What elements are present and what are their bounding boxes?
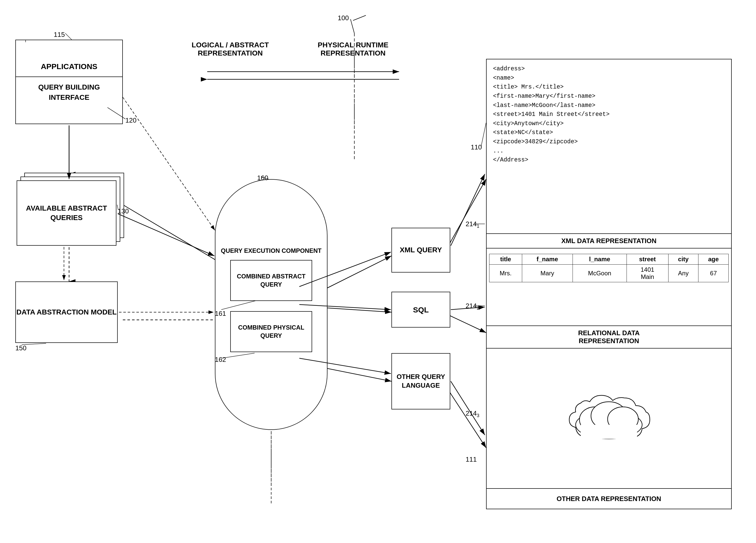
ref-162: 162 xyxy=(215,356,226,364)
ref-2142: 2142 xyxy=(466,302,479,311)
svg-line-33 xyxy=(123,97,215,230)
other-query-language-box: OTHER QUERY LANGUAGE xyxy=(391,353,450,409)
svg-line-10 xyxy=(123,205,230,269)
available-abstract-queries-box: AVAILABLE ABSTRACT QUERIES xyxy=(17,180,116,246)
ref-160: 160 xyxy=(257,174,268,182)
svg-line-18 xyxy=(353,15,366,20)
table-section: title f_name l_name street city age Mrs.… xyxy=(487,251,731,285)
ref-110: 110 xyxy=(471,143,482,151)
other-data-label: OTHER DATA REPRESENTATION xyxy=(487,488,731,509)
ref-100-arrow xyxy=(350,13,371,23)
ref-150: 150 xyxy=(15,344,26,352)
sql-box: SQL xyxy=(391,292,450,328)
ref-111: 111 xyxy=(466,455,477,463)
ref-115: 115 xyxy=(54,31,65,39)
right-panel: <address> <name> <title> Mrs.</title> <f… xyxy=(486,59,732,509)
xml-data-content: <address> <name> <title> Mrs.</title> <f… xyxy=(487,59,731,233)
relational-data-label: RELATIONAL DATAREPRESENTATION xyxy=(487,325,731,349)
ref-130: 130 xyxy=(118,207,129,215)
xml-data-label: XML DATA REPRESENTATION xyxy=(487,233,731,248)
svg-line-39 xyxy=(451,381,485,435)
applications-label: APPLICATIONS xyxy=(16,56,122,77)
divider-line xyxy=(353,33,358,161)
combined-physical-query-box: COMBINED PHYSICAL QUERY xyxy=(230,311,312,352)
svg-line-37 xyxy=(451,174,485,246)
ref-2141: 2141 xyxy=(466,220,479,229)
xml-query-box: XML QUERY xyxy=(391,228,450,273)
relational-table: title f_name l_name street city age Mrs.… xyxy=(489,254,729,282)
ref-120: 120 xyxy=(125,116,136,124)
cloud-icon xyxy=(564,392,654,448)
query-building-label: QUERY BUILDING INTERFACE xyxy=(16,77,122,107)
ref-100: 100 xyxy=(338,14,349,22)
cloud-section xyxy=(487,351,731,488)
query-execution-oval: QUERY EXECUTION COMPONENT COMBINED ABSTR… xyxy=(215,179,327,430)
ref-161: 161 xyxy=(215,310,226,318)
query-execution-label: QUERY EXECUTION COMPONENT xyxy=(221,247,321,255)
svg-line-27 xyxy=(65,33,72,40)
ref-2143: 2143 xyxy=(466,409,479,418)
diagram-container: 100 LOGICAL / ABSTRACT REPRESENTATION PH… xyxy=(0,0,756,543)
logical-label: LOGICAL / ABSTRACT REPRESENTATION xyxy=(179,41,281,57)
combined-abstract-query-box: COMBINED ABSTRACT QUERY xyxy=(230,260,312,301)
data-abstraction-model-box: DATA ABSTRACTION MODEL xyxy=(15,281,118,343)
applications-box: APPLICATIONS QUERY BUILDING INTERFACE xyxy=(15,40,123,124)
svg-rect-24 xyxy=(581,425,637,439)
svg-line-32 xyxy=(118,214,214,256)
